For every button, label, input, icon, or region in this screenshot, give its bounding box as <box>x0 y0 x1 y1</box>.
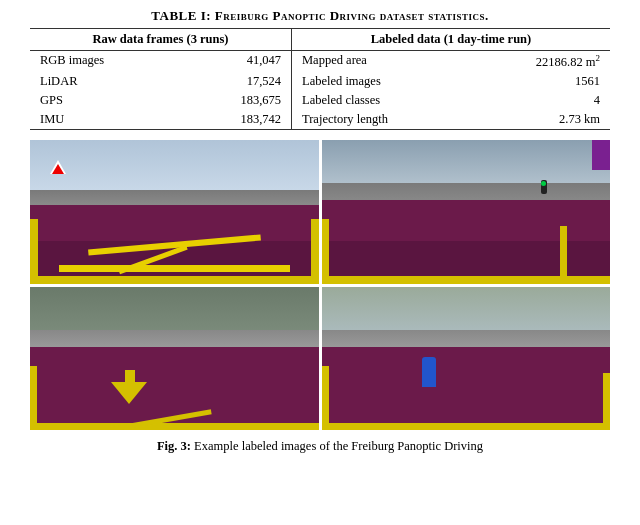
table-row-right: Labeled images <box>292 72 470 91</box>
yellow-strip-right-br <box>603 373 610 423</box>
table-cell-value-right: 2.73 km <box>469 110 610 130</box>
image-grid <box>30 140 610 430</box>
statistics-table: Raw data frames (3 runs) Labeled data (1… <box>30 28 610 130</box>
yellow-strip-bottom-br <box>322 423 611 430</box>
yellow-strip-right-tr <box>560 226 567 275</box>
traffic-light-green <box>541 181 546 186</box>
traffic-light <box>541 180 547 194</box>
table-cell-value: 183,675 <box>182 91 292 110</box>
table-cell-value-right: 22186.82 m2 <box>469 51 610 73</box>
purple-rectangle <box>592 140 610 170</box>
table-row-right: Labeled classes <box>292 91 470 110</box>
yellow-strip-left <box>30 219 38 276</box>
table-row: IMU <box>30 110 182 130</box>
yellow-strip-bottom-tr <box>322 276 611 284</box>
table-title: TABLE I: Freiburg Panoptic Driving datas… <box>151 8 488 24</box>
table-cell-value-right: 4 <box>469 91 610 110</box>
yellow-strip-right <box>311 219 319 276</box>
triangle-sign-inner <box>52 164 64 174</box>
arrow-stem-bl <box>125 370 135 390</box>
figure-caption: Fig. 3: Example labeled images of the Fr… <box>157 438 483 456</box>
yellow-strip-bottom <box>30 276 319 284</box>
yellow-strip-left-bl <box>30 366 37 424</box>
table-row-right: Trajectory length <box>292 110 470 130</box>
header-right: Labeled data (1 day-time run) <box>292 29 611 51</box>
road-marking-3 <box>59 265 290 272</box>
scene-bottom-left <box>30 287 319 431</box>
table-cell-value: 183,742 <box>182 110 292 130</box>
table-row: LiDAR <box>30 72 182 91</box>
blue-person-figure <box>422 357 436 387</box>
scene-bottom-right <box>322 287 611 431</box>
yellow-strip-left-br <box>322 366 329 424</box>
table-row: RGB images <box>30 51 182 73</box>
scene-top-left <box>30 140 319 284</box>
caption-label: Fig. 3: <box>157 439 191 453</box>
table-row: GPS <box>30 91 182 110</box>
table-cell-value-right: 1561 <box>469 72 610 91</box>
table-cell-value: 17,524 <box>182 72 292 91</box>
scene-top-right <box>322 140 611 284</box>
header-left: Raw data frames (3 runs) <box>30 29 292 51</box>
table-cell-value: 41,047 <box>182 51 292 73</box>
table-row-right: Mapped area <box>292 51 470 73</box>
triangle-sign <box>50 160 66 174</box>
yellow-strip-bottom-bl <box>30 423 319 430</box>
yellow-strip-left-tr <box>322 219 329 276</box>
caption-text: Example labeled images of the Freiburg P… <box>191 439 483 453</box>
